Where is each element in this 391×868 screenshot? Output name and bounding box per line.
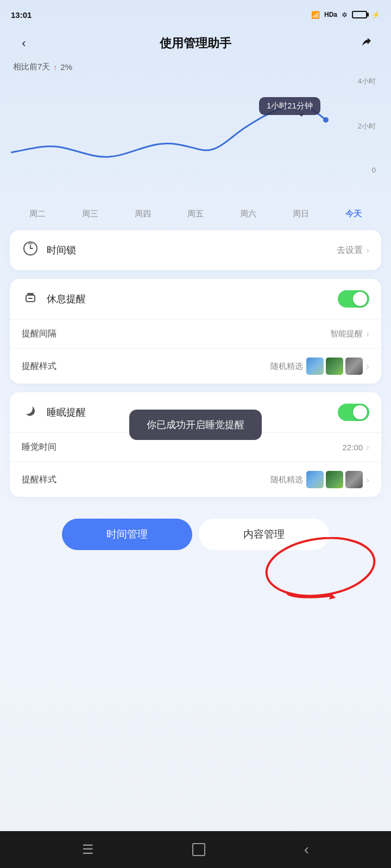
- rest-style-row[interactable]: 提醒样式 随机精选 ›: [10, 349, 381, 384]
- rest-thumb-1: [306, 358, 324, 375]
- rest-toggle[interactable]: [338, 290, 369, 308]
- status-icons: 📶 HDa ✲ ⚡: [311, 11, 380, 19]
- bottom-tabs: 时间管理 内容管理: [0, 506, 391, 559]
- day-label-today[interactable]: 今天: [340, 209, 367, 219]
- share-icon: [360, 36, 374, 50]
- tab-content-management[interactable]: 内容管理: [199, 519, 329, 550]
- rest-thumb-2: [326, 358, 343, 375]
- sleep-card: 睡眠提醒 睡觉时间 22:00 › 提醒样式 随机精选 ›: [10, 392, 381, 497]
- sleep-label: 睡眠提醒: [47, 406, 86, 419]
- hd-label: HDa: [324, 11, 337, 18]
- sleep-time-chevron: ›: [366, 442, 369, 453]
- comparison-percent: 2%: [60, 62, 72, 72]
- chart-svg-container: 1小时21分钟: [5, 82, 386, 190]
- rest-style-label: 提醒样式: [22, 361, 56, 372]
- day-label-5[interactable]: 周日: [287, 209, 314, 219]
- rest-style-value: 随机精选: [270, 361, 303, 372]
- sleep-thumb-2: [326, 471, 343, 488]
- page-title: 使用管理助手: [35, 35, 356, 52]
- sleep-style-value: 随机精选: [270, 475, 303, 485]
- toast-notification: 你已成功开启睡觉提醒: [129, 410, 262, 440]
- sleep-style-row[interactable]: 提醒样式 随机精选 ›: [10, 462, 381, 497]
- day-label-1[interactable]: 周三: [77, 209, 104, 219]
- svg-rect-5: [27, 293, 34, 295]
- day-label-0[interactable]: 周二: [24, 209, 51, 219]
- share-button[interactable]: [356, 33, 378, 54]
- time-lock-icon: [22, 241, 39, 259]
- chart-area: 4小时 2小时 0 1小时21分钟: [5, 76, 386, 207]
- rest-left: 休息提醒: [22, 290, 86, 308]
- sleep-style-chevron: ›: [366, 474, 369, 486]
- rest-interval-row[interactable]: 提醒间隔 智能提醒 ›: [10, 320, 381, 349]
- day-label-3[interactable]: 周五: [182, 209, 209, 219]
- time-lock-left: 时间锁: [22, 241, 76, 259]
- status-time: 13:01: [11, 10, 31, 20]
- sleep-time-right[interactable]: 22:00 ›: [342, 442, 369, 453]
- rest-interval-chevron: ›: [366, 328, 369, 340]
- sleep-left: 睡眠提醒: [22, 403, 86, 422]
- rest-style-chevron: ›: [366, 361, 369, 372]
- time-lock-action: 去设置: [337, 245, 363, 256]
- rest-style-right[interactable]: 随机精选 ›: [270, 358, 369, 375]
- rest-thumb-3: [345, 358, 363, 375]
- sleep-time-value: 22:00: [342, 443, 363, 452]
- rest-header-row: 休息提醒: [10, 279, 381, 320]
- day-label-4[interactable]: 周六: [235, 209, 262, 219]
- header: ‹ 使用管理助手: [0, 27, 391, 62]
- sleep-style-label: 提醒样式: [22, 474, 56, 486]
- rest-interval-value: 智能提醒: [330, 329, 363, 339]
- rest-label: 休息提醒: [47, 292, 86, 305]
- time-lock-row[interactable]: 时间锁 去设置 ›: [10, 230, 381, 270]
- comparison-text: 相比前7天: [13, 62, 50, 72]
- sleep-time-label: 睡觉时间: [22, 442, 56, 453]
- charge-icon: ⚡: [371, 11, 380, 19]
- nav-home-icon[interactable]: [192, 843, 205, 856]
- sleep-icon: [22, 403, 39, 422]
- bluetooth-icon: ✲: [342, 11, 348, 19]
- chart-svg: [11, 82, 369, 180]
- signal-icon: 📶: [311, 11, 320, 19]
- nav-menu-icon[interactable]: ☰: [82, 842, 94, 857]
- battery-icon: [352, 11, 367, 18]
- time-lock-card: 时间锁 去设置 ›: [10, 230, 381, 270]
- nav-back-icon[interactable]: ‹: [304, 841, 309, 858]
- svg-point-3: [323, 117, 329, 123]
- sleep-thumb-1: [306, 471, 324, 488]
- status-bar: 13:01 📶 HDa ✲ ⚡: [0, 0, 391, 27]
- rest-interval-right[interactable]: 智能提醒 ›: [330, 328, 369, 340]
- day-label-2[interactable]: 周四: [129, 209, 156, 219]
- time-lock-label: 时间锁: [47, 244, 76, 257]
- back-button[interactable]: ‹: [13, 33, 35, 54]
- rest-interval-label: 提醒间隔: [22, 328, 56, 340]
- chart-tooltip: 1小时21分钟: [259, 97, 320, 115]
- nav-bar: ☰ ‹: [0, 831, 391, 868]
- tab-time-management[interactable]: 时间管理: [62, 519, 192, 550]
- rest-icon: [22, 290, 39, 308]
- sleep-toggle[interactable]: [338, 404, 369, 421]
- time-lock-chevron: ›: [366, 245, 369, 256]
- sleep-style-right[interactable]: 随机精选 ›: [270, 471, 369, 488]
- time-lock-right[interactable]: 去设置 ›: [337, 245, 369, 256]
- back-arrow-icon: ‹: [22, 36, 26, 50]
- sleep-thumbnails: [306, 471, 363, 488]
- rest-thumbnails: [306, 358, 363, 375]
- comparison-row: 相比前7天 ↑ 2%: [0, 62, 391, 76]
- day-labels: 周二 周三 周四 周五 周六 周日 今天: [0, 209, 391, 219]
- rest-card: 休息提醒 提醒间隔 智能提醒 › 提醒样式 随机精选 ›: [10, 279, 381, 384]
- comparison-arrow: ↑: [53, 63, 57, 72]
- sleep-thumb-3: [345, 471, 363, 488]
